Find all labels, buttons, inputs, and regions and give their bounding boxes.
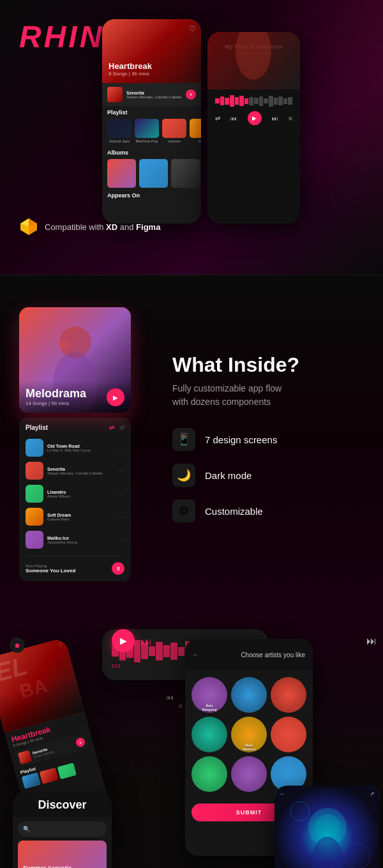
featured-title: Summer Acoustic — [23, 865, 71, 868]
xd-text: XD — [106, 222, 117, 232]
melodrama-card[interactable]: Melodrama 14 Songs | 58 mins ▶ — [19, 307, 131, 413]
track-item[interactable]: Senorita Shawn Mendes, Camilla Cabello ⋯ — [26, 459, 124, 482]
compat-text: Compatible with XD and Figma — [45, 222, 160, 232]
artists-header: ← Choose artists you like — [185, 639, 313, 671]
album-item[interactable] — [171, 159, 200, 188]
playlist-item[interactable] — [107, 119, 131, 138]
playlist-scroll: Annual Jazz Machine Pop Leisure Hip — [102, 118, 201, 146]
what-inside-title: What Inside? — [172, 353, 364, 377]
featured-info: Summer Acoustic You Might Like — [23, 865, 71, 868]
phone-header-image: ♡ Heartbreak 8 Songs | 36 mins — [102, 19, 201, 83]
track-thumb — [26, 439, 43, 457]
skip-forward-icon[interactable]: ⏭ — [140, 636, 152, 649]
playlist-item[interactable] — [135, 119, 159, 138]
discover-title: Discover — [38, 798, 86, 812]
track-item[interactable]: Lisandro Alasie Wilson ⋯ — [26, 482, 124, 505]
feature-customizable: ⚙ Customizable — [172, 499, 364, 522]
figma-text: Figma — [136, 222, 160, 232]
track-name: Senorita — [47, 467, 114, 471]
playlist-item[interactable] — [162, 119, 186, 138]
mini-play-button[interactable]: ⏸ — [75, 737, 86, 748]
svg-point-13 — [59, 340, 69, 351]
track-info: Soft Dream Gabriel Pries — [47, 513, 114, 521]
track-info: Senorita Shawn Mendes, Camilla Cabello — [47, 467, 114, 475]
controls-row: ⇄ ⏮ ▶ ⏭ ≡ — [213, 111, 295, 125]
artist-bubble[interactable] — [271, 717, 306, 752]
track-artist: Shawn Mendes, Camilla Cabello — [47, 471, 114, 475]
play-button[interactable]: ▶ — [248, 111, 262, 125]
artist-bubble[interactable] — [271, 677, 306, 713]
phone-player-header: ← ♡ My Style is Awesome Débora Barbosa — [207, 32, 300, 89]
album-play-button[interactable]: ▶ — [107, 388, 124, 406]
pause-button[interactable]: ⏸ — [112, 562, 124, 575]
artist-label: MartiValencia — [243, 743, 255, 751]
phone-right-mockup: ← ♡ My Style is Awesome Débora Barbosa — [207, 32, 300, 224]
playlist-thumb[interactable] — [57, 763, 77, 779]
feature-text: Dark mode — [205, 470, 252, 481]
phone-mockups: ♡ Heartbreak 8 Songs | 36 mins Senorita … — [102, 13, 300, 224]
appears-on-label: Appears On — [102, 191, 201, 200]
player-art — [274, 786, 380, 868]
artist-bubble[interactable] — [231, 677, 267, 713]
artist-bubble[interactable]: BelaNdogsing — [192, 677, 227, 713]
artist-label: BelaNdogsing — [202, 704, 216, 712]
what-inside-subtitle: Fully customizable app flowwith dozens c… — [172, 382, 364, 409]
waveform — [213, 95, 295, 107]
track-thumb — [26, 508, 43, 526]
radio-button-icon[interactable]: ⏺ — [10, 637, 25, 653]
player-screen-card[interactable]: ← ↗ Shades of Love Nadia Sants ⏮ ▶ ⏭ — [274, 786, 380, 868]
track-info: Lisandro Alasie Wilson — [47, 490, 114, 498]
back-nav[interactable]: ← — [193, 651, 199, 658]
screens-section: 0:13 0:46 ▶ EL BA — [0, 613, 383, 868]
track-name: Malibu Ice — [47, 536, 114, 540]
settings-icon: ⚙ — [172, 499, 195, 522]
menu-icon[interactable]: ≡ — [179, 703, 183, 710]
back-icon[interactable]: ← — [280, 791, 285, 797]
more-options-icon[interactable]: ⋯ — [118, 445, 124, 452]
discover-screen-card[interactable]: Discover 🔍 Summer Acoustic You Might Lik… — [13, 792, 112, 868]
np-track-name: Senorita — [126, 91, 182, 95]
next-button[interactable]: ⏭ — [272, 115, 278, 122]
moon-icon: 🌙 — [172, 464, 195, 487]
track-name: Old Town Road — [47, 444, 114, 448]
more-options-icon[interactable]: ⋯ — [118, 537, 124, 544]
track-artist: Gabriel Pries — [47, 517, 114, 521]
artist-bubble[interactable] — [231, 756, 267, 792]
playlist-item[interactable] — [190, 119, 201, 138]
wave-bar — [156, 642, 163, 661]
compatibility-info: Compatible with XD and Figma — [19, 217, 160, 236]
playlist-thumb[interactable] — [40, 768, 59, 784]
share-icon[interactable]: ↗ — [370, 791, 375, 797]
queue-button[interactable]: ≡ — [289, 115, 292, 122]
album-item[interactable] — [139, 159, 168, 188]
artist-bubble[interactable]: MartiValencia — [231, 717, 267, 752]
featured-playlist[interactable]: Summer Acoustic You Might Like — [18, 841, 107, 868]
more-options-icon[interactable]: ⋯ — [118, 514, 124, 521]
floating-play-button[interactable]: ▶ — [112, 629, 135, 652]
track-name: Soft Dream — [47, 513, 114, 517]
refresh-icon[interactable]: ↺ — [119, 424, 124, 431]
shuffle-button[interactable]: ⇄ — [215, 115, 220, 122]
more-options-icon[interactable]: ⋯ — [118, 491, 124, 498]
wave-bar — [178, 647, 185, 656]
np-play-button[interactable]: ⏸ — [186, 89, 196, 100]
more-options-icon[interactable]: ⋯ — [118, 468, 124, 475]
albums-label: Albums — [102, 146, 201, 158]
track-item[interactable]: Soft Dream Gabriel Pries ⋯ — [26, 505, 124, 528]
track-item[interactable]: Malibu Ice Jacqueline Akong ⋯ — [26, 528, 124, 551]
track-item[interactable]: Old Town Road Lil Nas X, Billy Ray Cyrus… — [26, 436, 124, 459]
wave-bar — [163, 645, 170, 657]
svg-point-14 — [86, 348, 93, 356]
nav-icon-right[interactable]: ⏭ — [366, 636, 377, 647]
artist-bubble[interactable] — [192, 717, 227, 752]
prev-button[interactable]: ⏮ — [230, 115, 237, 122]
skip-back-icon[interactable]: ⏮ — [166, 693, 174, 702]
search-bar[interactable]: 🔍 — [18, 821, 107, 837]
album-item[interactable] — [107, 159, 136, 188]
artist-bubble[interactable] — [192, 756, 227, 792]
album-scroll — [102, 158, 201, 191]
shuffle-icon[interactable]: ⇄ — [109, 424, 114, 431]
playlist-thumb[interactable] — [22, 772, 41, 789]
album-art — [207, 32, 300, 89]
feature-screens: 📱 7 design screens — [172, 428, 364, 451]
